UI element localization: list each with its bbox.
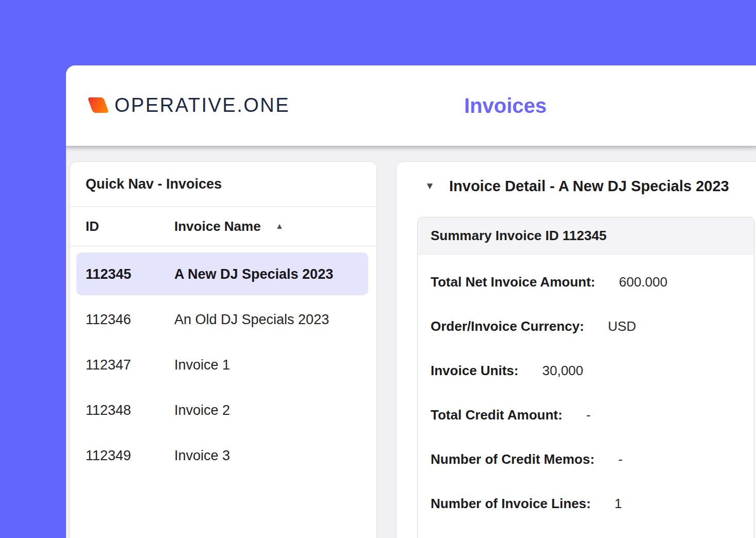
invoice-row[interactable]: 112345 A New DJ Specials 2023 bbox=[70, 251, 376, 297]
summary-card-title: Summary Invoice ID 112345 bbox=[418, 217, 754, 255]
sort-ascending-icon[interactable]: ▲ bbox=[275, 222, 284, 231]
invoice-id: 112348 bbox=[86, 402, 131, 418]
invoice-detail-header: ▼ Invoice Detail - A New DJ Specials 202… bbox=[397, 162, 756, 210]
summary-field: Number of Credit Memos: - bbox=[418, 437, 754, 481]
field-value: - bbox=[586, 407, 591, 423]
invoice-name: A New DJ Specials 2023 bbox=[174, 266, 333, 282]
summary-card: Summary Invoice ID 112345 Total Net Invo… bbox=[417, 217, 754, 538]
invoice-detail-panel: ▼ Invoice Detail - A New DJ Specials 202… bbox=[396, 161, 756, 538]
quick-nav-title: Quick Nav - Invoices bbox=[70, 162, 376, 207]
invoice-name: Invoice 2 bbox=[174, 402, 230, 418]
invoice-row[interactable]: 112346 An Old DJ Specials 2023 bbox=[70, 297, 376, 342]
collapse-section-icon[interactable]: ▼ bbox=[425, 180, 435, 192]
invoice-id: 112346 bbox=[86, 312, 131, 328]
app-header: OPERATIVE.ONE Invoices bbox=[66, 65, 756, 146]
app-window: OPERATIVE.ONE Invoices Quick Nav - Invoi… bbox=[66, 65, 756, 538]
invoice-row[interactable]: 112347 Invoice 1 bbox=[70, 342, 376, 388]
summary-field: Invoice Units: 30,000 bbox=[418, 348, 754, 393]
summary-field: Number of Invoice Lines: 1 bbox=[418, 481, 754, 526]
invoice-name: An Old DJ Specials 2023 bbox=[174, 312, 329, 328]
invoice-row[interactable]: 112349 Invoice 3 bbox=[70, 433, 376, 478]
invoice-list: 112345 A New DJ Specials 2023 112346 An … bbox=[70, 246, 376, 478]
field-label: Invoice Units: bbox=[431, 363, 518, 379]
app-body: Quick Nav - Invoices ID Invoice Name ▲ 1… bbox=[66, 146, 756, 538]
field-value: USD bbox=[608, 318, 636, 334]
invoice-id: 112349 bbox=[86, 448, 131, 464]
invoice-name: Invoice 1 bbox=[174, 357, 230, 373]
brand-name: OPERATIVE.ONE bbox=[114, 96, 290, 114]
field-label: Number of Credit Memos: bbox=[431, 451, 595, 467]
field-label: Total Credit Amount: bbox=[431, 407, 563, 423]
quick-nav-panel: Quick Nav - Invoices ID Invoice Name ▲ 1… bbox=[70, 161, 377, 538]
invoice-detail-title: Invoice Detail - A New DJ Specials 2023 bbox=[449, 178, 729, 195]
summary-field: Total Credit Amount: - bbox=[418, 393, 754, 437]
field-value: 600.000 bbox=[619, 274, 667, 290]
invoice-id: 112347 bbox=[86, 357, 131, 373]
field-value: - bbox=[618, 451, 623, 467]
column-header-invoice-name[interactable]: Invoice Name bbox=[174, 218, 261, 234]
column-header-id[interactable]: ID bbox=[86, 218, 99, 234]
field-label: Total Net Invoice Amount: bbox=[431, 274, 595, 290]
page-title: Invoices bbox=[464, 95, 547, 116]
field-value: 30,000 bbox=[542, 363, 583, 379]
field-label: Order/Invoice Currency: bbox=[431, 318, 584, 334]
quick-nav-column-headers: ID Invoice Name ▲ bbox=[70, 207, 376, 246]
invoice-row[interactable]: 112348 Invoice 2 bbox=[70, 388, 376, 433]
invoice-id: 112345 bbox=[86, 266, 132, 282]
summary-field: Total Net Invoice Amount: 600.000 bbox=[418, 260, 754, 304]
summary-field-list: Total Net Invoice Amount: 600.000 Order/… bbox=[418, 255, 754, 526]
field-value: 1 bbox=[615, 496, 622, 512]
field-label: Number of Invoice Lines: bbox=[431, 496, 591, 512]
brand-logo[interactable]: OPERATIVE.ONE bbox=[90, 96, 290, 114]
desktop-background: OPERATIVE.ONE Invoices Quick Nav - Invoi… bbox=[0, 0, 756, 538]
invoice-name: Invoice 3 bbox=[174, 448, 230, 464]
summary-field: Order/Invoice Currency: USD bbox=[418, 304, 754, 348]
operative-logo-icon bbox=[88, 97, 109, 113]
